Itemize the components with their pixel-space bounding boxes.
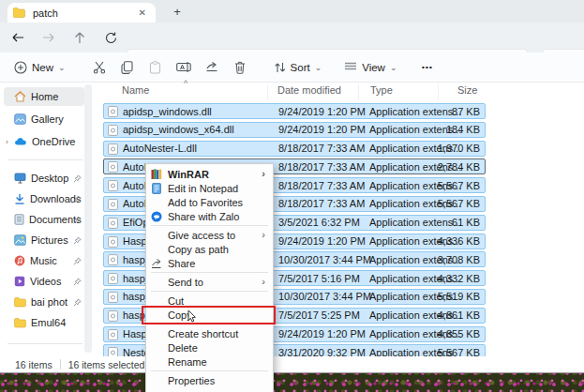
- home-icon: [14, 91, 26, 102]
- new-icon: [14, 61, 27, 74]
- copy-icon: [121, 61, 133, 74]
- new-button[interactable]: New ⌄: [7, 57, 72, 78]
- share-button[interactable]: [198, 61, 226, 73]
- up-icon[interactable]: [69, 27, 90, 48]
- column-header-type[interactable]: Type: [359, 84, 439, 100]
- sidebar-item-label: Emul64: [31, 317, 84, 328]
- sidebar-separator: [7, 159, 82, 160]
- file-row[interactable]: AutoNester-L.dll8/18/2017 7:33 AMApplica…: [103, 141, 486, 157]
- menu-separator: [151, 370, 268, 371]
- submenu-arrow-icon: ›: [262, 277, 265, 287]
- gallery-icon: [14, 113, 26, 125]
- submenu-arrow-icon: ›: [262, 230, 265, 240]
- view-icon: [344, 62, 357, 72]
- sidebar-item-onedrive[interactable]: › OneDrive: [4, 132, 84, 151]
- copy-button[interactable]: [113, 61, 142, 74]
- submenu-arrow-icon: ›: [262, 169, 265, 179]
- menu-item-properties[interactable]: Properties: [146, 373, 273, 387]
- rename-button[interactable]: [170, 61, 198, 73]
- selection-count: 16 items selected: [68, 359, 145, 370]
- music-icon: [14, 255, 25, 266]
- list-header: Name Date modified Type Size: [101, 84, 487, 100]
- view-button-label: View: [362, 62, 385, 73]
- menu-item-send-to[interactable]: Send to ›: [146, 275, 273, 289]
- menu-item-share[interactable]: Share: [146, 256, 273, 270]
- winrar-icon: [151, 169, 162, 180]
- status-bar: 16 items 16 items selected 59.1 MB: [0, 356, 584, 372]
- navigation-bar: › Optitex21FL › op21 › B4 Crack21 › crac…: [0, 23, 584, 53]
- tab-close-icon[interactable]: ✕: [135, 8, 150, 18]
- delete-button[interactable]: [226, 61, 254, 74]
- chevron-down-icon: ⌄: [390, 63, 397, 72]
- sidebar-item-desktop[interactable]: Desktop: [4, 169, 84, 188]
- expand-chevron-icon[interactable]: ›: [6, 138, 14, 146]
- share-icon: [151, 258, 162, 269]
- tab-patch[interactable]: patch ✕: [7, 3, 156, 23]
- sidebar-item-home[interactable]: Home: [4, 87, 84, 106]
- tab-title: patch: [33, 8, 135, 19]
- sidebar-item-downloads[interactable]: Downloads: [4, 189, 84, 208]
- cut-button[interactable]: [85, 61, 113, 74]
- pin-icon: [73, 298, 82, 307]
- sidebar-item-label: Home: [31, 91, 84, 102]
- sort-ascending-icon: ^: [184, 79, 187, 88]
- menu-item-copy-as-path[interactable]: Copy as path: [146, 242, 273, 256]
- sidebar-item-pictures[interactable]: Pictures: [4, 231, 84, 249]
- notepad-icon: [151, 183, 162, 194]
- menu-item-delete[interactable]: Delete: [146, 340, 273, 354]
- menu-item-copy[interactable]: Copy: [146, 308, 273, 322]
- menu-item-give-access-to[interactable]: Give access to ›: [146, 228, 273, 242]
- pin-icon: [73, 174, 82, 183]
- sidebar-scrollbar[interactable]: [84, 84, 92, 353]
- pin-icon: [73, 236, 82, 245]
- sidebar-item-bai-phot[interactable]: bai phot: [4, 293, 84, 311]
- onedrive-icon: [14, 137, 27, 146]
- item-count: 16 items: [15, 359, 52, 370]
- column-header-size[interactable]: Size: [439, 84, 486, 100]
- menu-item-create-shortcut[interactable]: Create shortcut: [146, 326, 273, 340]
- forward-icon[interactable]: [38, 27, 59, 48]
- new-tab-button[interactable]: +: [169, 4, 186, 21]
- sidebar-item-emul64[interactable]: Emul64: [4, 313, 84, 332]
- pin-icon: [73, 257, 82, 265]
- menu-item-cut[interactable]: Cut: [146, 294, 273, 308]
- new-button-label: New: [32, 62, 53, 73]
- menu-separator: [151, 324, 268, 324]
- file-explorer-window: patch ✕ + › Optitex21FL › op21 › B4 Crac…: [0, 0, 584, 373]
- more-options-button[interactable]: ⋯: [414, 57, 440, 78]
- status-divider: [60, 359, 61, 369]
- refresh-icon[interactable]: [100, 27, 121, 48]
- share-icon: [205, 61, 218, 73]
- sidebar-item-videos[interactable]: Videos: [4, 272, 84, 291]
- sidebar-item-gallery[interactable]: Gallery: [4, 110, 84, 128]
- paste-icon: [149, 61, 161, 74]
- view-button[interactable]: View ⌄: [337, 58, 403, 77]
- sidebar-item-music[interactable]: Music: [4, 251, 84, 270]
- menu-item-edit-in-notepad[interactable]: Edit in Notepad: [146, 181, 273, 195]
- menu-separator: [151, 225, 268, 226]
- context-menu: WinRAR › Edit in Notepad Add to Favorite…: [145, 163, 274, 392]
- menu-item-rename[interactable]: Rename: [146, 354, 273, 369]
- menu-item-add-to-favorites[interactable]: Add to Favorites: [146, 195, 273, 209]
- back-icon[interactable]: [7, 27, 28, 48]
- sort-button[interactable]: Sort ⌄: [267, 58, 329, 77]
- mouse-cursor: [187, 310, 196, 323]
- menu-item-winrar[interactable]: WinRAR ›: [146, 167, 273, 181]
- cut-icon: [93, 61, 106, 74]
- chevron-down-icon: ⌄: [315, 63, 322, 72]
- file-row[interactable]: apidsp_windows.dll9/24/2019 1:20 PMAppli…: [103, 103, 486, 119]
- documents-icon: [14, 214, 24, 225]
- folder-icon: [14, 297, 26, 308]
- menu-item-share-with-zalo[interactable]: Share with Zalo: [146, 209, 273, 223]
- pictures-icon: [14, 234, 26, 246]
- sidebar-item-documents[interactable]: Documents: [4, 210, 84, 229]
- column-header-date[interactable]: Date modified: [268, 84, 359, 100]
- sort-icon: [274, 62, 286, 73]
- file-row[interactable]: apidsp_windows_x64.dll9/24/2019 1:20 PMA…: [103, 122, 486, 138]
- folder-icon: [13, 8, 25, 18]
- menu-separator: [151, 291, 268, 292]
- tab-bar: patch ✕ +: [0, 0, 584, 23]
- paste-button: [142, 61, 170, 74]
- zalo-icon: [151, 211, 162, 222]
- videos-icon: [14, 276, 25, 287]
